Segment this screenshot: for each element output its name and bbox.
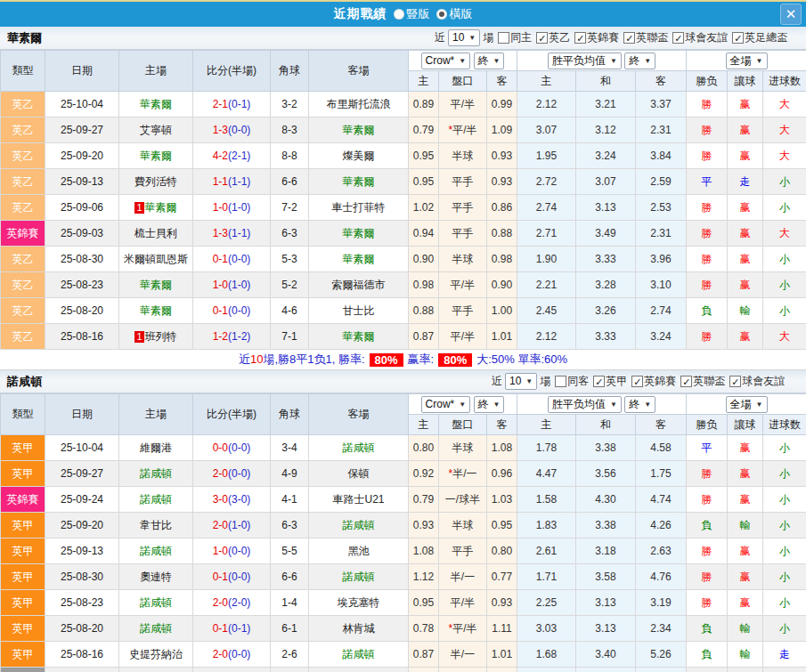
team-cell: 華素爾 [119, 92, 193, 117]
avg-odds-cell: 3.28 [576, 272, 636, 298]
score-cell: 2-0(0-0) [193, 461, 271, 487]
avg-odds-cell: 2.59 [636, 169, 687, 195]
checkbox-checked-icon[interactable]: ✓ [593, 376, 605, 387]
avg-odds-cell: 2.34 [636, 616, 687, 642]
col-avg-away: 客 [636, 415, 687, 435]
games-count-dropdown[interactable]: 10▼ [448, 29, 480, 46]
avg-odds-cell: 5.26 [636, 642, 687, 668]
league-checkbox[interactable]: ✓英足總盃 [732, 30, 787, 45]
radio-unchecked-icon[interactable] [394, 9, 404, 20]
team-cell: 諾咸頓 [119, 590, 193, 616]
league-checkbox[interactable]: ✓球會友誼 [729, 374, 785, 389]
games-count-dropdown[interactable]: 10▼ [505, 373, 537, 390]
avg-odds-cell: 2.63 [636, 538, 687, 564]
result-cell: 勝 [687, 324, 728, 350]
league-checkbox[interactable]: ✓英聯盃 [623, 30, 668, 45]
full-match-dropdown[interactable]: 全場▼ [726, 396, 768, 413]
final-odds-dropdown[interactable]: 終▼ [474, 396, 505, 413]
full-match-dropdown[interactable]: 全場▼ [726, 53, 768, 69]
league-checkbox[interactable]: ✓英錦賽 [631, 374, 676, 389]
match-row: 英乙25-09-061華素爾1-0(1-0)7-2車士打菲特1.02平手0.86… [1, 195, 806, 221]
result-cell: 赢 [728, 461, 763, 487]
checkbox-checked-icon[interactable]: ✓ [672, 32, 684, 44]
col-handicap: 盤口 [439, 71, 487, 92]
handicap-cell: *平/半 [439, 616, 487, 642]
handicap-cell: 平/半 [439, 92, 487, 117]
checkbox-checked-icon[interactable]: ✓ [536, 32, 548, 44]
odds-cell: 0.88 [409, 298, 439, 324]
avg-odds-cell: 2.45 [517, 298, 576, 324]
odds-cell: 0.95 [409, 590, 439, 616]
league-checkbox[interactable]: ✓英聯盃 [680, 374, 725, 389]
result-cell: 赢 [728, 143, 763, 169]
final-avg-dropdown[interactable]: 終▼ [624, 53, 655, 69]
layout-radio-horizontal[interactable]: 橫版 [436, 6, 473, 22]
league-type-cell: 英錦賽 [1, 487, 45, 513]
halftime-score: (0-0) [228, 545, 250, 557]
team-label: 華素爾 [343, 253, 375, 265]
league-checkbox[interactable]: ✓英乙 [536, 30, 570, 45]
avg-odds-cell: 3.13 [576, 195, 636, 221]
fulltime-score: 0-0 [213, 441, 228, 454]
league-checkbox[interactable]: ✓英甲 [593, 374, 627, 389]
team-label: 艾寧頓 [140, 124, 172, 136]
col-odds-home: 主 [409, 71, 439, 92]
checkbox-checked-icon[interactable]: ✓ [680, 376, 692, 387]
score-cell: 0-1(0-1) [193, 616, 271, 642]
avg-odds-cell: 1.71 [517, 564, 576, 590]
odds-cell: 0.88 [487, 221, 517, 247]
close-icon[interactable]: ✕ [780, 4, 802, 25]
checkbox-checked-icon[interactable]: ✓ [729, 376, 741, 387]
col-date: 日期 [45, 394, 119, 435]
avg-odds-cell: 2.31 [636, 221, 687, 247]
avg-odds-cell: 3.24 [576, 143, 636, 169]
score-cell: 1-1(1-1) [193, 169, 271, 195]
wdl-average-dropdown[interactable]: 胜平负均值▼ [548, 396, 622, 413]
col-result-goals: 进球数 [763, 71, 806, 92]
team-label: 費列活特 [134, 175, 177, 188]
team-label: 諾咸頓 [343, 519, 375, 531]
final-avg-dropdown[interactable]: 終▼ [624, 396, 655, 413]
filter-unit-label: 場 [483, 30, 493, 45]
checkbox-unchecked-icon[interactable] [555, 376, 566, 387]
match-row: 英乙25-08-20華素爾0-1(0-0)4-6甘士比0.88平手1.002.4… [1, 298, 806, 324]
result-cell: 勝 [687, 221, 728, 247]
final-odds-dropdown[interactable]: 終▼ [474, 53, 505, 69]
summary-count: 10 [250, 352, 263, 366]
result-cell: 勝 [687, 590, 728, 616]
score-cell: 1-0(0-0) [193, 538, 271, 564]
checkbox-checked-icon[interactable]: ✓ [732, 32, 744, 44]
checkbox-label: 英聯盃 [693, 374, 725, 389]
score-cell: 0-1(0-0) [193, 564, 271, 590]
same-venue-checkbox[interactable]: 同主 [498, 30, 532, 45]
score-cell: 1-0(1-0) [193, 195, 271, 221]
handicap-cell: 平/半 [439, 590, 487, 616]
bookmaker-dropdown[interactable]: Crow*▼ [421, 53, 471, 69]
checkbox-checked-icon[interactable]: ✓ [574, 32, 586, 44]
league-checkbox[interactable]: ✓球會友誼 [672, 30, 728, 45]
result-cell: 負 [687, 616, 728, 642]
score-cell: 3-0(3-0) [193, 487, 271, 513]
odds-cell: 1.11 [487, 616, 517, 642]
avg-odds-cell: 4.58 [636, 435, 687, 461]
bookmaker-dropdown[interactable]: Crow*▼ [421, 396, 471, 413]
result-cell: 小 [763, 487, 806, 513]
layout-radio-vertical[interactable]: 豎版 [394, 6, 430, 22]
checkbox-checked-icon[interactable]: ✓ [631, 376, 643, 387]
league-type-cell: 英乙 [1, 117, 45, 143]
checkbox-checked-icon[interactable]: ✓ [623, 32, 635, 44]
match-row: 英乙25-09-20華素爾4-2(2-1)8-8燦美爾0.95半球0.931.9… [1, 143, 806, 169]
result-cell: 赢 [728, 195, 763, 221]
league-checkbox[interactable]: ✓英錦賽 [574, 30, 619, 45]
fulltime-score: 1-3 [213, 227, 228, 239]
same-venue-checkbox[interactable]: 同客 [555, 374, 589, 389]
odds-cell: 0.98 [409, 272, 439, 298]
radio-checked-icon[interactable] [436, 9, 447, 20]
team-label: 韋甘比 [140, 519, 172, 531]
result-cell: 赢 [728, 538, 763, 564]
score-cell: 0-0(0-0) [193, 435, 271, 461]
checkbox-unchecked-icon[interactable] [498, 32, 509, 44]
corner-cell: 3-4 [271, 435, 309, 461]
wdl-average-dropdown[interactable]: 胜平负均值▼ [548, 53, 622, 69]
avg-odds-cell: 1.36 [636, 668, 687, 672]
